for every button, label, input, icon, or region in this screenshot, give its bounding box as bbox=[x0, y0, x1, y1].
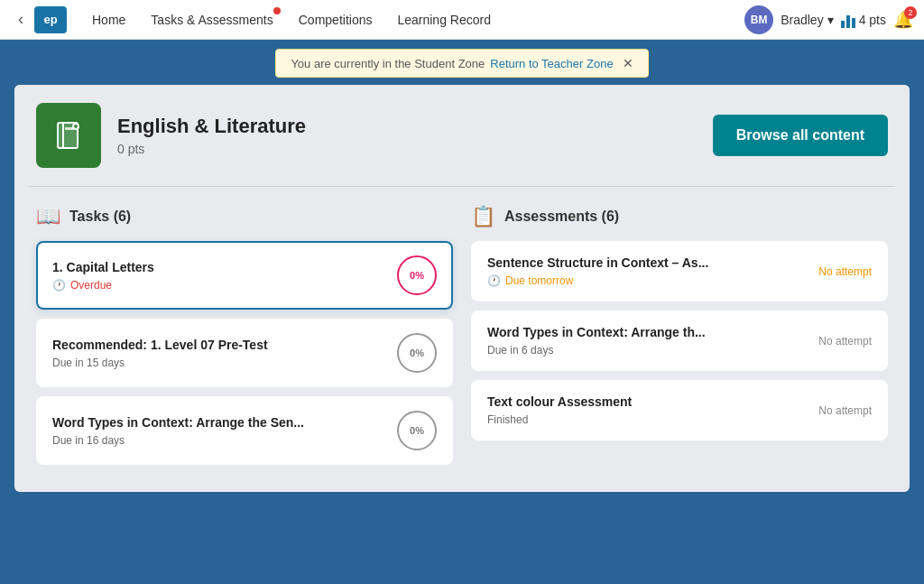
tasks-icon: 📖 bbox=[36, 205, 60, 228]
task-card-3-progress: 0% bbox=[397, 411, 437, 450]
assessment-card-1[interactable]: Sentence Structure in Context – As... 🕐 … bbox=[471, 241, 888, 301]
main-content: English & Literature 0 pts Browse all co… bbox=[14, 85, 910, 492]
assessment-card-2-status: Due in 6 days bbox=[487, 344, 706, 357]
task-card-3-left: Word Types in Context: Arrange the Sen..… bbox=[52, 415, 304, 447]
task-card-1-progress: 0% bbox=[397, 255, 437, 295]
task-card-2[interactable]: Recommended: 1. Level 07 Pre-Test Due in… bbox=[36, 319, 453, 387]
nav-competitions[interactable]: Competitions bbox=[286, 0, 385, 40]
assessment-card-2-attempt: No attempt bbox=[818, 335, 872, 348]
banner-text: You are currently in the Student Zone bbox=[291, 57, 485, 70]
assessment-card-2-left: Word Types in Context: Arrange th... Due… bbox=[487, 325, 706, 357]
assessment-card-3-status: Finished bbox=[487, 413, 632, 426]
assessments-icon: 📋 bbox=[471, 205, 495, 228]
task-card-1[interactable]: 1. Capital Letters 🕐 Overdue 0% bbox=[36, 241, 453, 310]
avatar: BM bbox=[744, 5, 773, 34]
tasks-column: 📖 Tasks (6) 1. Capital Letters 🕐 Overdue… bbox=[36, 205, 453, 474]
assessment-card-1-left: Sentence Structure in Context – As... 🕐 … bbox=[487, 255, 708, 287]
assessment-card-3[interactable]: Text colour Assessment Finished No attem… bbox=[471, 380, 888, 440]
navbar: ‹ ep Home Tasks & Assessments Competitio… bbox=[0, 0, 924, 40]
task-card-3-title: Word Types in Context: Arrange the Sen..… bbox=[52, 415, 304, 430]
clock-icon: 🕐 bbox=[52, 279, 66, 292]
subject-pts: 0 pts bbox=[117, 142, 306, 156]
assessment-card-3-title: Text colour Assessment bbox=[487, 394, 632, 409]
assessments-column: 📋 Assessments (6) Sentence Structure in … bbox=[471, 205, 888, 474]
tasks-notification-dot bbox=[273, 7, 281, 14]
nav-links: Home Tasks & Assessments Competitions Le… bbox=[79, 0, 744, 40]
nav-learning-record[interactable]: Learning Record bbox=[384, 0, 504, 40]
assessment-card-2-title: Word Types in Context: Arrange th... bbox=[487, 325, 706, 339]
nav-tasks-assessments[interactable]: Tasks & Assessments bbox=[138, 0, 285, 40]
banner-close-button[interactable]: ✕ bbox=[623, 56, 633, 70]
assessment-card-1-title: Sentence Structure in Context – As... bbox=[487, 255, 708, 270]
points-display: 4 pts bbox=[841, 12, 886, 28]
subject-header: English & Literature 0 pts Browse all co… bbox=[14, 85, 910, 186]
app-logo: ep bbox=[34, 6, 67, 33]
subject-info: English & Literature 0 pts bbox=[117, 115, 306, 156]
task-card-2-left: Recommended: 1. Level 07 Pre-Test Due in… bbox=[52, 338, 268, 369]
assessments-section-title: 📋 Assessments (6) bbox=[471, 205, 888, 228]
assessment-card-1-status: 🕐 Due tomorrow bbox=[487, 274, 708, 287]
clock-icon-2: 🕐 bbox=[487, 274, 501, 287]
subject-icon bbox=[36, 103, 101, 168]
student-zone-banner: You are currently in the Student Zone Re… bbox=[275, 49, 648, 78]
banner-wrapper: You are currently in the Student Zone Re… bbox=[0, 40, 924, 85]
nav-back-button[interactable]: ‹ bbox=[11, 6, 31, 32]
nav-home[interactable]: Home bbox=[79, 0, 138, 40]
tasks-section-title: 📖 Tasks (6) bbox=[36, 205, 453, 228]
assessment-card-3-right: No attempt bbox=[818, 404, 872, 417]
notification-badge: 2 bbox=[904, 6, 917, 19]
task-card-3[interactable]: Word Types in Context: Arrange the Sen..… bbox=[36, 396, 453, 465]
browse-all-content-button[interactable]: Browse all content bbox=[713, 115, 888, 156]
assessment-card-3-left: Text colour Assessment Finished bbox=[487, 394, 632, 426]
assessment-card-2[interactable]: Word Types in Context: Arrange th... Due… bbox=[471, 311, 888, 371]
bar-chart-icon bbox=[841, 12, 855, 28]
nav-right: BM Bradley ▾ 4 pts 🔔 2 bbox=[744, 5, 913, 34]
subject-title: English & Literature bbox=[117, 115, 306, 138]
task-card-2-title: Recommended: 1. Level 07 Pre-Test bbox=[52, 338, 268, 352]
task-card-1-status: 🕐 Overdue bbox=[52, 279, 154, 292]
return-to-teacher-zone-link[interactable]: Return to Teacher Zone bbox=[490, 57, 613, 70]
task-card-2-progress: 0% bbox=[397, 333, 437, 373]
task-card-3-status: Due in 16 days bbox=[52, 434, 304, 447]
notifications-bell[interactable]: 🔔 2 bbox=[893, 10, 913, 30]
section-divider bbox=[29, 186, 895, 187]
chevron-down-icon: ▾ bbox=[827, 13, 834, 27]
assessment-card-2-right: No attempt bbox=[818, 335, 872, 348]
assessment-card-1-attempt: No attempt bbox=[818, 265, 872, 278]
assessment-card-1-right: No attempt bbox=[818, 265, 872, 278]
task-card-1-left: 1. Capital Letters 🕐 Overdue bbox=[52, 260, 154, 292]
username-button[interactable]: Bradley ▾ bbox=[781, 13, 833, 27]
subject-left: English & Literature 0 pts bbox=[36, 103, 306, 168]
task-card-2-status: Due in 15 days bbox=[52, 357, 268, 369]
task-card-1-title: 1. Capital Letters bbox=[52, 260, 154, 274]
assessment-card-3-attempt: No attempt bbox=[818, 404, 872, 417]
content-grid: 📖 Tasks (6) 1. Capital Letters 🕐 Overdue… bbox=[14, 205, 910, 474]
